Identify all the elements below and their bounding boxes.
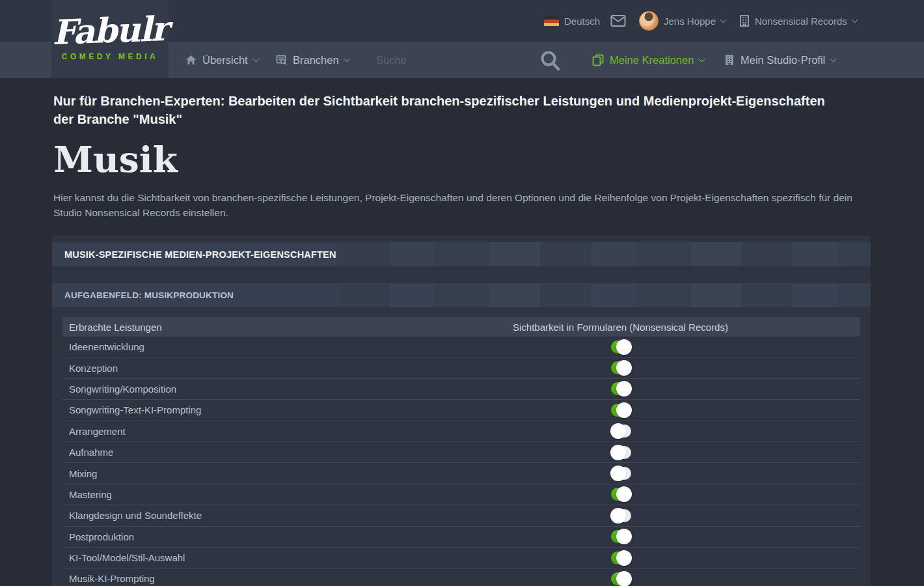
table-row: Songwriting-Text-KI-Prompting — [62, 400, 860, 421]
mail-icon — [610, 14, 626, 27]
service-label: Songwriting/Komposition — [62, 384, 513, 395]
building-icon — [724, 54, 735, 66]
visibility-toggle[interactable] — [611, 446, 631, 459]
nav-label: Übersicht — [202, 54, 248, 66]
studio-selector[interactable]: Nonsensical Records — [739, 0, 857, 42]
language-selector[interactable]: Deutsch — [544, 0, 600, 42]
service-label: Aufnahme — [62, 447, 513, 458]
visibility-toggle[interactable] — [611, 341, 631, 354]
toggle-knob — [616, 550, 632, 566]
table-header-row: Erbrachte Leistungen Sichtbarkeit in For… — [62, 317, 860, 337]
visibility-toggle[interactable] — [611, 467, 631, 480]
main-content: Nur für Branchen-Experten: Bearbeiten de… — [0, 78, 924, 220]
service-label: Mixing — [62, 468, 513, 479]
section-header: MUSIK-SPEZIFISCHE MEDIEN-PROJEKT-EIGENSC… — [52, 242, 871, 266]
visibility-toggle[interactable] — [611, 404, 631, 417]
toggle-cell — [513, 404, 860, 417]
user-menu[interactable]: Jens Hoppe — [639, 0, 726, 42]
toggle-cell — [513, 509, 860, 522]
chevron-down-icon — [851, 16, 858, 23]
services-table: Erbrachte Leistungen Sichtbarkeit in For… — [62, 317, 860, 586]
toggle-knob — [616, 529, 632, 544]
table-row: Aufnahme — [62, 442, 860, 463]
chevron-down-icon — [252, 55, 259, 62]
visibility-toggle[interactable] — [611, 509, 631, 522]
toggle-knob — [616, 486, 632, 502]
chevron-down-icon — [830, 55, 837, 62]
nav-label: Branchen — [293, 54, 339, 66]
visibility-toggle[interactable] — [611, 572, 631, 585]
logo-tagline: COMEDY MEDIA — [62, 52, 158, 61]
table-row: Mixing — [62, 463, 860, 484]
search-button[interactable] — [537, 48, 564, 74]
service-label: Mastering — [62, 489, 513, 500]
service-label: Arrangement — [62, 426, 513, 437]
magnifier-icon — [539, 49, 562, 73]
toggle-cell — [513, 467, 860, 480]
toggle-knob — [610, 423, 626, 439]
column-header-services: Erbrachte Leistungen — [62, 322, 513, 333]
expert-notice: Nur für Branchen-Experten: Bearbeiten de… — [53, 92, 844, 128]
column-header-visibility: Sichtbarkeit in Formularen (Nonsensical … — [513, 322, 860, 333]
avatar — [639, 11, 659, 31]
subsection-title: AUFGABENFELD: MUSIKPRODUKTION — [52, 290, 234, 300]
table-row: Ideenentwicklung — [62, 337, 860, 357]
toggle-cell — [513, 572, 860, 585]
visibility-toggle[interactable] — [611, 530, 631, 543]
toggle-cell — [513, 488, 860, 501]
nav-item-meine-kreationen[interactable]: Meine Kreationen — [592, 42, 704, 78]
toggle-knob — [616, 571, 632, 586]
visibility-toggle[interactable] — [611, 361, 631, 374]
visibility-toggle[interactable] — [611, 551, 631, 565]
table-row: Klangdesign und Soundeffekte — [62, 505, 860, 526]
toggle-knob — [610, 466, 626, 481]
visibility-toggle[interactable] — [611, 488, 631, 501]
chevron-down-icon — [699, 55, 705, 62]
german-flag-icon — [544, 16, 559, 26]
page-description: Hier kannst du die Sichtbarkeit von bran… — [53, 190, 863, 220]
toggle-knob — [610, 445, 626, 460]
service-label: Klangdesign und Soundeffekte — [62, 510, 513, 521]
toggle-cell — [513, 530, 860, 543]
table-row: KI-Tool/Model/Stil-Auswahl — [62, 548, 860, 568]
toggle-knob — [616, 402, 632, 418]
toggle-knob — [616, 381, 632, 397]
visibility-toggle[interactable] — [611, 425, 631, 438]
chevron-down-icon — [720, 16, 727, 23]
nav-item-uebersicht[interactable]: Übersicht — [185, 42, 258, 78]
service-label: Ideenentwicklung — [62, 341, 513, 352]
toggle-knob — [616, 339, 632, 355]
properties-panel: MUSIK-SPEZIFISCHE MEDIEN-PROJEKT-EIGENSC… — [52, 236, 871, 586]
services-table-body: Ideenentwicklung Konzeption Songwriting/… — [62, 337, 860, 586]
nav-item-studio-profil[interactable]: Mein Studio-Profil — [724, 42, 836, 78]
table-row: Musik-KI-Prompting — [62, 568, 860, 586]
service-label: Songwriting-Text-KI-Prompting — [62, 404, 513, 415]
service-label: Musik-KI-Prompting — [62, 573, 513, 584]
nav-item-branchen[interactable]: Branchen — [276, 42, 349, 78]
visibility-toggle[interactable] — [611, 382, 631, 395]
mail-button[interactable] — [610, 0, 626, 42]
subsection-header: AUFGABENFELD: MUSIKPRODUKTION — [52, 283, 871, 307]
page-title: Musik — [53, 140, 871, 180]
building-icon — [739, 15, 750, 27]
file-search-icon — [276, 55, 287, 66]
table-row: Postproduktion — [62, 527, 860, 548]
toggle-cell — [513, 361, 860, 374]
toggle-cell — [513, 425, 860, 438]
nav-label: Mein Studio-Profil — [741, 54, 825, 66]
logo[interactable]: Fabulr COMEDY MEDIA — [51, 0, 169, 78]
toggle-cell — [513, 551, 860, 565]
table-row: Mastering — [62, 484, 860, 505]
service-label: Konzeption — [62, 363, 513, 374]
table-row: Songwriting/Komposition — [62, 379, 860, 400]
toggle-cell — [513, 382, 860, 395]
section-title: MUSIK-SPEZIFISCHE MEDIEN-PROJEKT-EIGENSC… — [52, 249, 336, 260]
user-name: Jens Hoppe — [664, 16, 716, 27]
chevron-down-icon — [344, 55, 350, 62]
search-input[interactable] — [376, 42, 526, 78]
toggle-knob — [616, 360, 632, 376]
service-label: KI-Tool/Model/Stil-Auswahl — [62, 552, 513, 563]
service-label: Postproduktion — [62, 531, 513, 542]
copy-pages-icon — [592, 54, 604, 66]
table-row: Arrangement — [62, 421, 860, 442]
